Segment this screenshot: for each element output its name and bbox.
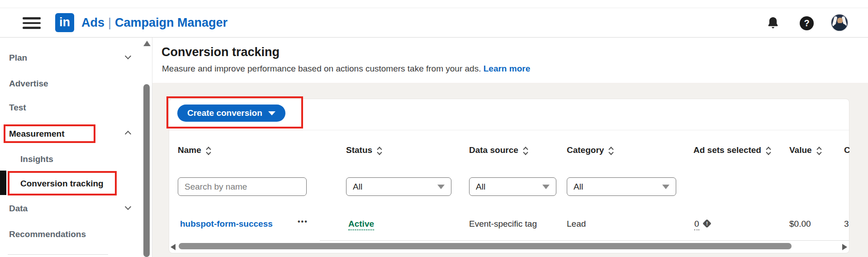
chevron-down-icon [125,53,131,59]
sidebar-item-label: Conversion tracking [20,179,104,188]
alert-glyph: ! [704,220,710,227]
column-header-value[interactable]: Value [789,145,821,155]
alert-icon[interactable]: ! [702,219,711,228]
caret-down-icon [542,185,550,189]
column-label: Status [346,145,372,155]
dropdown-value: All [353,182,362,192]
caret-down-icon [662,185,669,189]
data-source-filter-dropdown[interactable]: All [469,177,556,196]
status-badge[interactable]: Active [348,219,374,230]
column-header-name[interactable]: Name [178,145,210,155]
search-input[interactable] [178,177,307,196]
ad-sets-count-link[interactable]: 0 [694,219,699,230]
hamburger-menu-icon[interactable] [23,17,41,29]
column-label: Category [567,145,604,155]
sidebar-item-plan[interactable]: Plan [9,52,27,64]
data-source-cell: Event-specific tag [469,219,537,229]
sidebar-item-conversion-tracking[interactable]: Conversion tracking [20,178,104,190]
column-header-category[interactable]: Category [567,145,613,155]
page-description: Measure and improve performance based on… [162,64,530,74]
column-header-ad-sets-selected[interactable]: Ad sets selected [693,145,770,155]
sidebar-divider [8,254,108,255]
sidebar-item-advertise[interactable]: Advertise [9,78,48,90]
sidebar-item-label: Data [9,204,28,213]
brand-app: Campaign Manager [115,16,228,29]
linkedin-logo[interactable]: in [55,13,74,32]
active-page-indicator [0,171,6,195]
sort-icon[interactable] [767,147,770,154]
chevron-up-icon [125,131,131,137]
brand-product: Ads [81,16,104,29]
sidebar-item-label: Plan [9,53,27,62]
sidebar-item-test[interactable]: Test [9,102,26,114]
sidebar-item-label: Advertise [9,79,48,88]
dropdown-value: All [574,182,583,192]
column-label: Data source [469,145,518,155]
brand-divider: | [104,16,115,29]
create-conversion-label: Create conversion [187,108,262,118]
chevron-down-icon [125,204,131,210]
sort-icon[interactable] [817,147,821,154]
sidebar-item-label: Measurement [9,129,65,138]
column-header-status[interactable]: Status [346,145,381,155]
sidebar-item-label: Recommendations [9,229,86,239]
sort-icon[interactable] [207,147,210,154]
category-filter-dropdown[interactable]: All [567,177,676,196]
sidebar-item-data[interactable]: Data [9,203,28,214]
row-divider [320,240,849,241]
learn-more-link[interactable]: Learn more [484,64,530,73]
status-cell: Active [348,219,374,229]
sidebar-item-insights[interactable]: Insights [20,153,53,165]
column-label: Ad sets selected [693,145,761,155]
clipped-cell: 3 [844,219,849,229]
conversion-name-link[interactable]: hubspot-form-success [180,219,273,229]
row-overflow-menu[interactable]: ••• [298,218,308,226]
caret-down-icon [437,185,445,189]
value-cell: $0.00 [789,219,811,229]
ad-sets-selected-cell: 0 [694,219,699,229]
toolbar-divider [169,130,849,130]
status-filter-dropdown[interactable]: All [346,177,451,196]
scroll-left-arrow[interactable] [171,244,175,250]
column-label: Name [178,145,201,155]
help-icon[interactable]: ? [800,16,814,30]
create-conversion-button[interactable]: Create conversion [177,105,285,122]
conversions-table-card [169,99,849,253]
brand-title: Ads|Campaign Manager [81,16,228,30]
horizontal-scrollbar[interactable] [179,243,792,249]
column-label: Value [789,145,812,155]
column-header-clipped: C [844,145,849,155]
sort-icon[interactable] [524,147,527,154]
sidebar-scrollbar-up-arrow[interactable] [143,41,151,46]
bell-icon[interactable] [766,16,780,30]
column-label: C [844,145,849,155]
caret-down-icon [268,111,275,115]
dropdown-value: All [476,182,485,192]
campaign-manager-page: in Ads|Campaign Manager ? Plan Advertise… [0,0,868,257]
sidebar-item-recommendations[interactable]: Recommendations [9,228,86,240]
sort-icon[interactable] [609,147,613,154]
sidebar-scrollbar[interactable] [143,84,150,257]
description-text: Measure and improve performance based on… [162,64,481,73]
sidebar-item-label: Test [9,103,26,112]
sort-icon[interactable] [378,147,381,154]
sidebar-item-label: Insights [20,154,53,164]
category-cell: Lead [567,219,586,229]
sidebar-item-measurement[interactable]: Measurement [9,128,65,140]
column-header-data-source[interactable]: Data source [469,145,527,155]
avatar[interactable] [830,14,849,32]
page-title: Conversion tracking [161,45,280,59]
scroll-right-arrow[interactable] [842,244,847,250]
